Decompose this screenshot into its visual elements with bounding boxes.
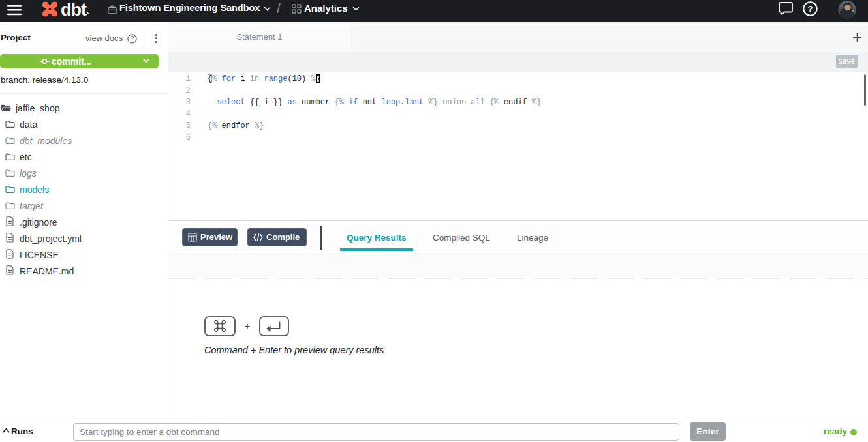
svg-text:?: ? — [807, 4, 813, 14]
svg-text:?: ? — [131, 35, 134, 42]
